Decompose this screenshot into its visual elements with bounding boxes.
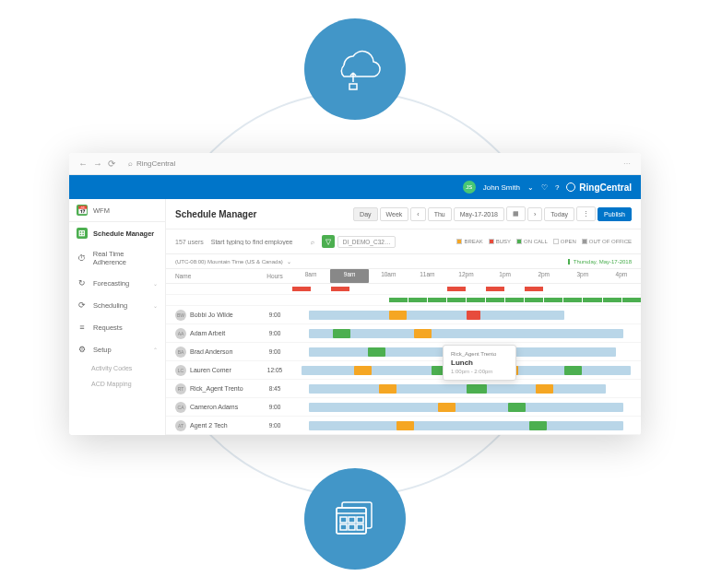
schedule-row[interactable]: AAAdam Arbeit9:00 (166, 324, 641, 343)
filter-icon[interactable]: ▽ (322, 235, 335, 248)
gantt-bar[interactable] (529, 421, 547, 430)
gantt-bar[interactable] (333, 329, 350, 338)
sidebar-item-wfm[interactable]: 📅WFM (69, 199, 165, 222)
more-button[interactable]: ⋮ (576, 206, 596, 221)
schedule-body: Rick_Agent Trento Lunch 1:00pm - 2:00pm … (166, 306, 641, 435)
publish-button[interactable]: Publish (598, 207, 632, 221)
agent-avatar: LC (175, 365, 186, 376)
sidebar-item-requests[interactable]: ≡Requests (69, 316, 165, 338)
legend-item: BREAK (456, 239, 482, 244)
gantt-lane[interactable] (291, 382, 641, 395)
sidebar-icon: ⟳ (77, 300, 88, 311)
gantt-bar[interactable] (467, 384, 488, 394)
date-label: Thursday, May-17-2018 (568, 259, 632, 265)
gantt-lane[interactable] (291, 327, 641, 340)
chevron-icon: ⌄ (153, 302, 158, 309)
user-name[interactable]: John Smith (483, 183, 520, 192)
gantt-bar[interactable] (564, 366, 582, 375)
gantt-lane[interactable] (291, 419, 641, 432)
nav-forward-icon[interactable]: → (93, 159, 102, 169)
sidebar-sub-activity-codes[interactable]: Activity Codes (69, 360, 165, 376)
schedule-row[interactable]: ATAgent 2 Tech9:00 (166, 417, 641, 435)
col-name-header[interactable]: Name (166, 269, 258, 283)
sidebar-item-setup[interactable]: ⚙Setup⌃ (69, 338, 165, 360)
chevron-down-icon[interactable]: ⌄ (527, 183, 534, 192)
date-display[interactable]: May-17-2018 (454, 207, 504, 221)
gantt-bar[interactable] (309, 403, 623, 412)
sidebar-item-forecasting[interactable]: ↻Forecasting⌄ (69, 272, 165, 294)
time-slot[interactable]: 1pm (486, 269, 525, 283)
time-slot[interactable]: 4pm (602, 269, 641, 283)
address-bar[interactable]: ⌕ RingCentral (121, 159, 618, 168)
timezone-label[interactable]: (UTC-08:00) Mountain Time (US & Canada) (175, 259, 283, 265)
nav-back-icon[interactable]: ← (78, 159, 88, 169)
next-button[interactable]: › (527, 207, 542, 221)
prev-button[interactable]: ‹ (410, 207, 425, 221)
gantt-bar[interactable] (508, 403, 526, 412)
sidebar-label: Schedule Manager (93, 229, 154, 238)
gantt-bar[interactable] (396, 421, 414, 430)
view-week-button[interactable]: Week (380, 207, 409, 221)
time-slot[interactable]: 9am (330, 269, 369, 283)
date-prefix: Thu (428, 207, 452, 221)
sidebar-item-real-time-adherence[interactable]: ⏱Real Time Adherence (69, 244, 165, 272)
time-slot[interactable]: 11am (408, 269, 446, 283)
schedule-header: Name Hours 8am9am10am11am12pm1pm2pm3pm4p… (166, 269, 641, 284)
user-avatar[interactable]: JS (463, 181, 476, 194)
col-hours-header[interactable]: Hours (258, 269, 291, 283)
sidebar-label: Real Time Adherence (93, 250, 158, 266)
time-slot[interactable]: 12pm (446, 269, 485, 283)
sidebar-icon: 📅 (77, 205, 88, 216)
sidebar-sub-acd-mapping[interactable]: ACD Mapping (69, 376, 165, 392)
time-slot[interactable]: 8am (291, 269, 330, 283)
gantt-lane[interactable] (291, 309, 641, 322)
gantt-bar[interactable] (309, 329, 623, 338)
page-title: Schedule Manager (175, 209, 256, 219)
legend-item: BUSY (489, 239, 511, 244)
search-icon[interactable]: ⌕ (311, 239, 314, 245)
calendar-icon[interactable]: ▦ (506, 206, 526, 221)
sidebar-item-schedule-manager[interactable]: ⊞Schedule Manager (69, 222, 165, 244)
today-button[interactable]: Today (544, 207, 574, 221)
content-area: Schedule Manager Day Week ‹ Thu May-17-2… (166, 199, 641, 435)
help-icon[interactable]: ? (555, 183, 559, 192)
schedule-row[interactable]: BWBobbi Jo Wilde9:00 (166, 306, 641, 324)
sidebar-icon: ⚙ (77, 344, 88, 355)
nav-refresh-icon[interactable]: ⟳ (108, 159, 115, 169)
time-slot[interactable]: 10am (369, 269, 408, 283)
filter-chip[interactable]: DI_DEMO_C32… (337, 236, 396, 248)
employee-search-input[interactable] (211, 239, 303, 245)
gantt-bar[interactable] (379, 384, 396, 394)
schedule-row[interactable]: LCLauren Comer12:05 (166, 361, 641, 380)
aggregate-row-bottom (166, 295, 641, 306)
sidebar-item-scheduling[interactable]: ⟳Scheduling⌄ (69, 294, 165, 316)
bell-icon[interactable]: ♡ (541, 183, 548, 192)
agent-avatar: BW (175, 310, 186, 321)
schedule-row[interactable]: RTRick_Agent Trento8:45 (166, 380, 641, 398)
time-slot[interactable]: 2pm (525, 269, 563, 283)
sidebar-icon: ⊞ (77, 228, 88, 239)
agent-hours: 9:00 (258, 330, 291, 336)
gantt-lane[interactable] (291, 401, 641, 414)
gantt-bar[interactable] (467, 311, 480, 320)
browser-menu-icon[interactable]: ⋯ (623, 159, 632, 168)
gantt-bar[interactable] (438, 403, 456, 412)
gantt-bar[interactable] (414, 329, 432, 338)
time-slot[interactable]: 3pm (563, 269, 602, 283)
gantt-bar[interactable] (309, 311, 564, 320)
agent-hours: 9:00 (258, 422, 291, 429)
agent-avatar: BA (175, 347, 186, 358)
gantt-bar[interactable] (389, 311, 407, 320)
view-day-button[interactable]: Day (353, 207, 377, 221)
schedule-row[interactable]: BABrad Anderson9:00 (166, 343, 641, 361)
sidebar: 📅WFM⊞Schedule Manager⏱Real Time Adherenc… (69, 199, 166, 435)
gantt-bar[interactable] (368, 347, 385, 357)
gantt-bar[interactable] (536, 384, 553, 394)
schedule-row[interactable]: CACameron Adams9:00 (166, 398, 641, 417)
gantt-bar[interactable] (309, 421, 623, 430)
agent-name: Lauren Comer (190, 367, 231, 373)
agent-hours: 9:00 (258, 312, 291, 318)
gantt-bar[interactable] (354, 366, 372, 375)
gantt-bar[interactable] (309, 384, 606, 394)
browser-toolbar: ← → ⟳ ⌕ RingCentral ⋯ (69, 153, 641, 175)
